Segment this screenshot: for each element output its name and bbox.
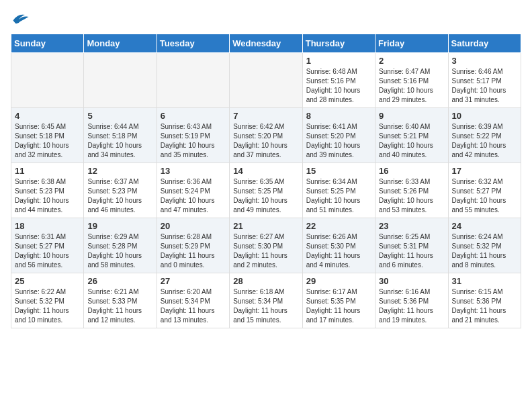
day-info: Sunrise: 6:26 AMSunset: 5:30 PMDaylight:… bbox=[306, 232, 371, 270]
calendar-cell: 20Sunrise: 6:28 AMSunset: 5:29 PMDayligh… bbox=[157, 218, 229, 273]
sunset-label: Sunset: 5:21 PM bbox=[379, 132, 429, 140]
sunrise-label: Sunrise: 6:36 AM bbox=[161, 178, 212, 185]
sunrise-label: Sunrise: 6:18 AM bbox=[233, 288, 284, 295]
sunset-label: Sunset: 5:30 PM bbox=[233, 242, 283, 250]
sunset-label: Sunset: 5:32 PM bbox=[452, 242, 502, 250]
day-info: Sunrise: 6:24 AMSunset: 5:32 PMDaylight:… bbox=[452, 232, 517, 270]
sunset-label: Sunset: 5:33 PM bbox=[87, 298, 137, 305]
daylight-label: Daylight: 10 hours and 32 minutes. bbox=[15, 142, 69, 158]
calendar-cell: 29Sunrise: 6:17 AMSunset: 5:35 PMDayligh… bbox=[302, 273, 375, 328]
calendar-cell: 17Sunrise: 6:32 AMSunset: 5:27 PMDayligh… bbox=[448, 163, 521, 218]
day-number: 25 bbox=[15, 276, 80, 286]
day-info: Sunrise: 6:48 AMSunset: 5:16 PMDaylight:… bbox=[306, 67, 371, 105]
daylight-label: Daylight: 11 hours and 15 minutes. bbox=[233, 307, 287, 324]
daylight-label: Daylight: 10 hours and 53 minutes. bbox=[379, 197, 433, 214]
daylight-label: Daylight: 11 hours and 10 minutes. bbox=[15, 307, 69, 324]
col-header-wednesday: Wednesday bbox=[230, 34, 302, 53]
day-number: 29 bbox=[306, 276, 371, 286]
sunrise-label: Sunrise: 6:47 AM bbox=[379, 68, 430, 75]
daylight-label: Daylight: 11 hours and 8 minutes. bbox=[452, 252, 506, 269]
calendar-cell: 24Sunrise: 6:24 AMSunset: 5:32 PMDayligh… bbox=[448, 218, 521, 273]
day-info: Sunrise: 6:36 AMSunset: 5:24 PMDaylight:… bbox=[161, 177, 226, 215]
day-number: 30 bbox=[379, 276, 444, 286]
calendar-cell: 16Sunrise: 6:33 AMSunset: 5:26 PMDayligh… bbox=[375, 163, 448, 218]
calendar-cell: 11Sunrise: 6:38 AMSunset: 5:23 PMDayligh… bbox=[11, 163, 84, 218]
sunset-label: Sunset: 5:27 PM bbox=[452, 187, 502, 195]
sunrise-label: Sunrise: 6:35 AM bbox=[233, 178, 284, 185]
daylight-label: Daylight: 11 hours and 4 minutes. bbox=[306, 252, 361, 269]
daylight-label: Daylight: 10 hours and 40 minutes. bbox=[379, 142, 433, 158]
sunset-label: Sunset: 5:20 PM bbox=[233, 132, 283, 140]
sunrise-label: Sunrise: 6:32 AM bbox=[452, 178, 503, 185]
day-number: 20 bbox=[161, 221, 226, 231]
calendar-cell: 5Sunrise: 6:44 AMSunset: 5:18 PMDaylight… bbox=[84, 108, 157, 163]
day-number: 21 bbox=[233, 221, 298, 231]
daylight-label: Daylight: 10 hours and 56 minutes. bbox=[15, 252, 69, 269]
day-number: 1 bbox=[306, 56, 371, 66]
sunset-label: Sunset: 5:25 PM bbox=[306, 187, 356, 195]
calendar-cell: 3Sunrise: 6:46 AMSunset: 5:17 PMDaylight… bbox=[448, 53, 521, 108]
day-info: Sunrise: 6:15 AMSunset: 5:36 PMDaylight:… bbox=[452, 287, 517, 325]
calendar-cell: 23Sunrise: 6:25 AMSunset: 5:31 PMDayligh… bbox=[375, 218, 448, 273]
sunset-label: Sunset: 5:18 PM bbox=[87, 132, 137, 140]
day-number: 16 bbox=[379, 166, 444, 176]
day-info: Sunrise: 6:31 AMSunset: 5:27 PMDaylight:… bbox=[15, 232, 80, 270]
week-row-5: 25Sunrise: 6:22 AMSunset: 5:32 PMDayligh… bbox=[11, 273, 521, 328]
header bbox=[11, 11, 521, 28]
calendar-cell: 10Sunrise: 6:39 AMSunset: 5:22 PMDayligh… bbox=[448, 108, 521, 163]
calendar-cell: 15Sunrise: 6:34 AMSunset: 5:25 PMDayligh… bbox=[302, 163, 375, 218]
sunset-label: Sunset: 5:25 PM bbox=[233, 187, 283, 195]
day-info: Sunrise: 6:38 AMSunset: 5:23 PMDaylight:… bbox=[15, 177, 80, 215]
calendar-cell: 18Sunrise: 6:31 AMSunset: 5:27 PMDayligh… bbox=[11, 218, 84, 273]
daylight-label: Daylight: 11 hours and 6 minutes. bbox=[379, 252, 433, 269]
sunset-label: Sunset: 5:18 PM bbox=[15, 132, 64, 140]
calendar-cell: 8Sunrise: 6:41 AMSunset: 5:20 PMDaylight… bbox=[302, 108, 375, 163]
day-info: Sunrise: 6:40 AMSunset: 5:21 PMDaylight:… bbox=[379, 122, 444, 160]
sunrise-label: Sunrise: 6:20 AM bbox=[161, 288, 212, 295]
day-number: 31 bbox=[452, 276, 517, 286]
daylight-label: Daylight: 10 hours and 44 minutes. bbox=[15, 197, 69, 214]
day-info: Sunrise: 6:16 AMSunset: 5:36 PMDaylight:… bbox=[379, 287, 444, 325]
day-info: Sunrise: 6:42 AMSunset: 5:20 PMDaylight:… bbox=[233, 122, 298, 160]
day-number: 7 bbox=[233, 111, 298, 121]
sunrise-label: Sunrise: 6:33 AM bbox=[379, 178, 430, 185]
daylight-label: Daylight: 10 hours and 31 minutes. bbox=[452, 87, 506, 103]
daylight-label: Daylight: 10 hours and 55 minutes. bbox=[452, 197, 506, 214]
daylight-label: Daylight: 10 hours and 49 minutes. bbox=[233, 197, 287, 214]
calendar-cell: 22Sunrise: 6:26 AMSunset: 5:30 PMDayligh… bbox=[302, 218, 375, 273]
sunrise-label: Sunrise: 6:29 AM bbox=[87, 233, 138, 240]
calendar-cell bbox=[84, 53, 157, 108]
daylight-label: Daylight: 10 hours and 51 minutes. bbox=[306, 197, 361, 214]
sunset-label: Sunset: 5:36 PM bbox=[452, 298, 502, 305]
sunset-label: Sunset: 5:34 PM bbox=[161, 298, 210, 305]
day-info: Sunrise: 6:17 AMSunset: 5:35 PMDaylight:… bbox=[306, 287, 371, 325]
sunset-label: Sunset: 5:27 PM bbox=[15, 242, 64, 250]
week-row-1: 1Sunrise: 6:48 AMSunset: 5:16 PMDaylight… bbox=[11, 53, 521, 108]
logo bbox=[11, 11, 32, 28]
day-info: Sunrise: 6:20 AMSunset: 5:34 PMDaylight:… bbox=[161, 287, 226, 325]
calendar-cell: 31Sunrise: 6:15 AMSunset: 5:36 PMDayligh… bbox=[448, 273, 521, 328]
sunset-label: Sunset: 5:36 PM bbox=[379, 298, 429, 305]
calendar-cell: 30Sunrise: 6:16 AMSunset: 5:36 PMDayligh… bbox=[375, 273, 448, 328]
day-info: Sunrise: 6:44 AMSunset: 5:18 PMDaylight:… bbox=[87, 122, 152, 160]
calendar-cell: 9Sunrise: 6:40 AMSunset: 5:21 PMDaylight… bbox=[375, 108, 448, 163]
sunrise-label: Sunrise: 6:34 AM bbox=[306, 178, 357, 185]
sunrise-label: Sunrise: 6:26 AM bbox=[306, 233, 357, 240]
calendar-cell: 4Sunrise: 6:45 AMSunset: 5:18 PMDaylight… bbox=[11, 108, 84, 163]
sunset-label: Sunset: 5:17 PM bbox=[452, 77, 502, 85]
calendar-cell: 13Sunrise: 6:36 AMSunset: 5:24 PMDayligh… bbox=[157, 163, 229, 218]
header-row: SundayMondayTuesdayWednesdayThursdayFrid… bbox=[11, 34, 521, 53]
sunrise-label: Sunrise: 6:41 AM bbox=[306, 123, 357, 130]
sunset-label: Sunset: 5:24 PM bbox=[161, 187, 210, 195]
sunrise-label: Sunrise: 6:42 AM bbox=[233, 123, 284, 130]
col-header-friday: Friday bbox=[375, 34, 448, 53]
col-header-monday: Monday bbox=[84, 34, 157, 53]
calendar-cell bbox=[11, 53, 84, 108]
week-row-4: 18Sunrise: 6:31 AMSunset: 5:27 PMDayligh… bbox=[11, 218, 521, 273]
day-number: 24 bbox=[452, 221, 517, 231]
day-number: 15 bbox=[306, 166, 371, 176]
sunrise-label: Sunrise: 6:17 AM bbox=[306, 288, 357, 295]
sunrise-label: Sunrise: 6:15 AM bbox=[452, 288, 503, 295]
sunrise-label: Sunrise: 6:22 AM bbox=[15, 288, 66, 295]
day-info: Sunrise: 6:32 AMSunset: 5:27 PMDaylight:… bbox=[452, 177, 517, 215]
